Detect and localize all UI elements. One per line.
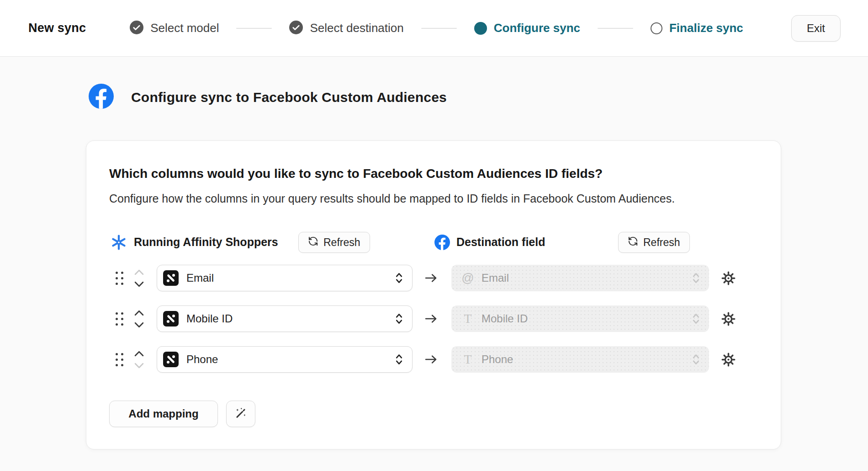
step-label: Select destination	[310, 21, 403, 35]
check-circle-icon	[130, 21, 143, 36]
destination-field-value: Mobile ID	[482, 312, 692, 325]
mapping-row: Mobile ID T Mobile ID	[116, 305, 736, 332]
destination-field-select-disabled: @ Email	[451, 265, 709, 291]
reorder-controls	[134, 310, 144, 328]
facebook-icon	[434, 235, 450, 252]
drag-handle-icon[interactable]	[116, 272, 123, 285]
step-configure-sync[interactable]: Configure sync	[474, 21, 580, 35]
snowflake-icon	[111, 235, 127, 252]
model-column-icon	[163, 311, 179, 326]
mapping-settings-button[interactable]	[721, 311, 736, 326]
source-column-select[interactable]: Email	[157, 265, 413, 291]
source-model-name: Running Affinity Shoppers	[134, 236, 278, 249]
add-mapping-button[interactable]: Add mapping	[109, 401, 218, 427]
refresh-label: Refresh	[643, 236, 680, 249]
wizard-header: New sync Select model Select destination…	[0, 0, 868, 57]
configure-heading: Configure sync to Facebook Custom Audien…	[89, 84, 447, 111]
source-column-value: Phone	[186, 353, 395, 366]
column-headers: Running Affinity Shoppers Refresh Destin…	[86, 231, 781, 253]
move-up-button[interactable]	[134, 310, 144, 316]
move-down-button[interactable]	[134, 281, 144, 287]
drag-handle-icon[interactable]	[116, 353, 123, 366]
model-column-icon	[163, 270, 179, 286]
destination-field-label: Destination field	[456, 236, 545, 249]
move-down-button[interactable]	[134, 363, 144, 369]
upcoming-step-circle-icon	[651, 22, 662, 34]
arrow-right-icon	[425, 273, 437, 283]
select-chevrons-icon	[395, 312, 403, 325]
step-connector	[598, 28, 633, 29]
move-up-button[interactable]	[134, 269, 144, 275]
mapping-settings-button[interactable]	[721, 352, 736, 367]
text-type-icon: T	[460, 312, 475, 326]
page-title: New sync	[28, 21, 86, 35]
destination-field-value: Email	[482, 272, 692, 284]
model-column-icon	[163, 352, 179, 367]
step-label: Select model	[150, 21, 219, 35]
refresh-icon	[308, 236, 318, 249]
auto-map-button[interactable]	[226, 401, 255, 427]
drag-handle-icon[interactable]	[116, 312, 123, 326]
card-description: Configure how the columns in your query …	[109, 192, 675, 205]
current-step-dot-icon	[474, 22, 487, 35]
email-type-icon: @	[460, 271, 475, 285]
reorder-controls	[134, 269, 144, 287]
move-up-button[interactable]	[134, 351, 144, 357]
arrow-right-icon	[425, 314, 437, 324]
card-actions: Add mapping	[109, 401, 255, 427]
mapping-row: Phone T Phone	[116, 346, 736, 373]
text-type-icon: T	[460, 353, 475, 367]
arrow-right-icon	[425, 354, 437, 364]
step-finalize-sync[interactable]: Finalize sync	[651, 21, 743, 35]
facebook-icon	[89, 84, 114, 111]
mapping-row: Email @ Email	[116, 265, 736, 291]
mapping-card: Which columns would you like to sync to …	[86, 140, 781, 450]
step-connector	[236, 28, 272, 29]
destination-field-select-disabled: T Mobile ID	[451, 305, 709, 332]
select-chevrons-icon	[692, 272, 700, 284]
exit-button[interactable]: Exit	[791, 15, 841, 42]
stepper: Select model Select destination Configur…	[130, 21, 743, 36]
destination-field-select-disabled: T Phone	[451, 346, 709, 373]
step-select-destination[interactable]: Select destination	[289, 21, 403, 36]
move-down-button[interactable]	[134, 322, 144, 328]
source-column-select[interactable]: Phone	[157, 346, 413, 373]
mapping-settings-button[interactable]	[721, 271, 736, 286]
source-column-select[interactable]: Mobile ID	[157, 305, 413, 332]
destination-field-value: Phone	[482, 353, 692, 366]
refresh-destination-button[interactable]: Refresh	[618, 232, 690, 253]
step-connector	[421, 28, 457, 29]
refresh-icon	[628, 236, 638, 249]
step-label: Configure sync	[494, 21, 580, 35]
check-circle-icon	[289, 21, 303, 36]
select-chevrons-icon	[692, 353, 700, 366]
step-select-model[interactable]: Select model	[130, 21, 219, 36]
source-column-value: Email	[186, 272, 395, 284]
reorder-controls	[134, 351, 144, 369]
select-chevrons-icon	[395, 272, 403, 284]
source-column-value: Mobile ID	[186, 312, 395, 325]
step-label: Finalize sync	[669, 21, 743, 35]
card-question: Which columns would you like to sync to …	[109, 166, 603, 181]
refresh-source-button[interactable]: Refresh	[298, 232, 370, 253]
configure-title: Configure sync to Facebook Custom Audien…	[131, 90, 447, 105]
magic-wand-icon	[234, 407, 248, 422]
select-chevrons-icon	[692, 312, 700, 325]
select-chevrons-icon	[395, 353, 403, 366]
refresh-label: Refresh	[323, 236, 360, 249]
